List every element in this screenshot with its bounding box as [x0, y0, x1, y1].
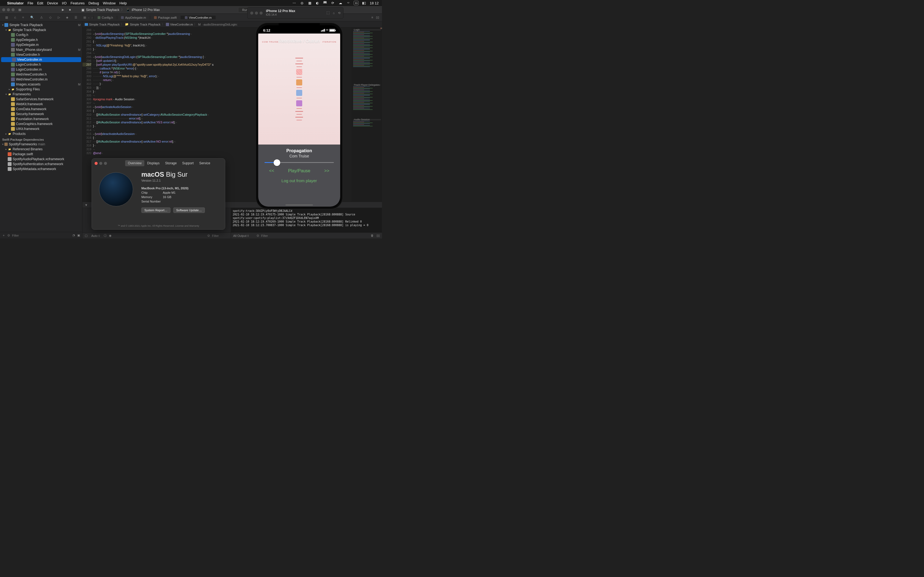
console-filter[interactable]: [261, 234, 278, 237]
about-this-mac-window[interactable]: Overview Displays Storage Support Servic…: [92, 158, 225, 230]
source-control-icon[interactable]: ⎌: [14, 16, 16, 19]
sidebar-toggle-icon[interactable]: ▤: [18, 8, 21, 11]
tree-file[interactable]: Config.h: [0, 32, 82, 37]
tab-displays[interactable]: Displays: [144, 160, 162, 166]
debug-nav-icon[interactable]: ▷: [58, 16, 60, 19]
editor-tab[interactable]: ViewController.m: [181, 16, 216, 19]
previous-button[interactable]: <<: [269, 168, 274, 173]
forward-icon[interactable]: ›: [92, 16, 93, 19]
traffic-lights[interactable]: [2, 8, 15, 11]
panes-icon[interactable]: ▯▯: [376, 234, 380, 237]
recent-icon[interactable]: ◔: [72, 234, 75, 237]
cloud-icon[interactable]: ☁: [338, 1, 342, 5]
traffic-lights[interactable]: [95, 162, 107, 165]
editor-layout-icon[interactable]: ▦: [83, 16, 86, 19]
quicklook-icon[interactable]: ◉: [109, 234, 111, 237]
tree-package[interactable]: ▾SpotifyFrameworks main: [0, 142, 82, 147]
tree-file[interactable]: ViewController.h: [0, 52, 82, 57]
console-output[interactable]: spotify:track:3DUZPiy0oP3WtyDBJAALCd 202…: [231, 208, 382, 232]
tab-overview[interactable]: Overview: [125, 160, 144, 166]
rotate-icon[interactable]: ⟲: [338, 11, 341, 15]
battery-icon[interactable]: ▮▯: [362, 1, 366, 5]
tree-file[interactable]: UIKit.framework: [0, 126, 82, 131]
system-report-button[interactable]: System Report…: [141, 208, 171, 213]
filter-icon[interactable]: ⊙: [207, 234, 210, 237]
tree-file-selected[interactable]: ViewController.m: [1, 57, 81, 62]
home-indicator[interactable]: [286, 205, 313, 206]
info-icon[interactable]: ⓘ: [104, 234, 107, 238]
report-nav-icon[interactable]: ☰: [74, 16, 77, 19]
menu-debug[interactable]: Debug: [89, 1, 99, 5]
device-screen[interactable]: 6:12 ⌔ RetroWave / Outrun COM TRUISE ITE…: [258, 25, 340, 206]
play-pause-button[interactable]: Play/Pause: [288, 168, 310, 173]
symbol-nav-icon[interactable]: ⌗: [22, 16, 24, 19]
tab-support[interactable]: Support: [179, 160, 196, 166]
tree-file[interactable]: CoreData.framework: [0, 106, 82, 111]
status-icon[interactable]: ◎: [300, 1, 304, 5]
status-icon[interactable]: ⟳: [331, 1, 335, 5]
issue-nav-icon[interactable]: ⚠: [40, 16, 43, 19]
clock[interactable]: 18 12: [370, 1, 379, 5]
editor-tab[interactable]: Config.h: [94, 16, 117, 19]
editor-tab[interactable]: Package.swift: [150, 16, 181, 19]
tree-file[interactable]: CoreGraphics.framework: [0, 121, 82, 126]
scope-icon[interactable]: ▢: [85, 234, 87, 237]
add-icon[interactable]: ＋: [2, 233, 5, 237]
tree-file[interactable]: SpotifyMetadata.xcframework: [0, 166, 82, 171]
add-editor-icon[interactable]: ▯▯: [376, 16, 379, 19]
stop-button[interactable]: ■: [69, 8, 71, 11]
variables-filter[interactable]: [212, 234, 229, 237]
tree-file[interactable]: LoginController.m: [0, 67, 82, 72]
menu-help[interactable]: Help: [120, 1, 127, 5]
menu-edit[interactable]: Edit: [37, 1, 43, 5]
tree-file[interactable]: SpotifyAuthentication.xcframework: [0, 161, 82, 166]
editor-tab[interactable]: AppDelegate.m: [117, 16, 150, 19]
progress-slider[interactable]: [265, 162, 334, 163]
back-icon[interactable]: ‹: [88, 16, 89, 19]
menu-features[interactable]: Features: [70, 1, 84, 5]
tree-file[interactable]: Images.xcassetsM: [0, 82, 82, 87]
test-nav-icon[interactable]: ◇: [49, 16, 52, 19]
tree-file[interactable]: Foundation.framework: [0, 116, 82, 121]
home-icon[interactable]: ⌂: [333, 11, 335, 15]
filter-icon[interactable]: ⊙: [257, 234, 259, 237]
tree-file[interactable]: AppDelegate.h: [0, 37, 82, 42]
status-icon[interactable]: ᚙ: [323, 1, 327, 5]
editor-options-icon[interactable]: ≡: [372, 16, 373, 19]
tree-file[interactable]: WebViewController.m: [0, 77, 82, 82]
tree-file[interactable]: WebViewController.h: [0, 72, 82, 77]
wifi-icon[interactable]: ⌔: [346, 1, 351, 5]
status-icon[interactable]: ◐: [315, 1, 320, 5]
scope-selector[interactable]: Auto ◊: [91, 234, 100, 237]
status-icon[interactable]: ▦: [307, 1, 312, 5]
screenshot-icon[interactable]: ⛶: [326, 11, 330, 15]
traffic-lights[interactable]: [250, 11, 263, 15]
menu-file[interactable]: File: [27, 1, 33, 5]
date-icon[interactable]: 11: [354, 1, 359, 5]
scheme-selector[interactable]: ▣ Simple Track Playback 〉 📱 iPhone 12 Pr…: [81, 7, 160, 12]
logout-button[interactable]: Log out from player: [281, 178, 317, 183]
output-selector[interactable]: All Output ◊: [233, 234, 249, 237]
tree-file[interactable]: Package.swift: [0, 152, 82, 156]
navigator-filter[interactable]: [12, 234, 70, 237]
menu-io[interactable]: I/O: [62, 1, 66, 5]
tree-file[interactable]: SafariServices.framework: [0, 97, 82, 102]
filter-icon[interactable]: ⊙: [7, 234, 10, 237]
menu-window[interactable]: Window: [103, 1, 115, 5]
tree-file[interactable]: WebKit.framework: [0, 102, 82, 106]
tab-service[interactable]: Service: [196, 160, 213, 166]
toggle-debug-icon[interactable]: ▼: [85, 203, 88, 206]
tree-group[interactable]: ▸📁Referenced Binaries: [0, 147, 82, 152]
trash-icon[interactable]: 🗑: [371, 234, 374, 237]
tree-file[interactable]: SpotifyAudioPlayback.xcframework: [0, 156, 82, 161]
menu-device[interactable]: Device: [47, 1, 58, 5]
project-nav-icon[interactable]: ▥: [5, 16, 8, 19]
app-name[interactable]: Simulator: [7, 1, 24, 5]
tree-file[interactable]: AppDelegate.m: [0, 42, 82, 47]
tree-group[interactable]: ▸📁Supporting Files: [0, 87, 82, 92]
tree-file[interactable]: Security.framework: [0, 111, 82, 116]
tree-group[interactable]: ▾📁Frameworks: [0, 92, 82, 97]
breakpoint-nav-icon[interactable]: ◈: [66, 16, 68, 19]
software-update-button[interactable]: Software Update…: [173, 208, 205, 213]
tree-file[interactable]: Main_iPhone.storyboardM: [0, 47, 82, 52]
